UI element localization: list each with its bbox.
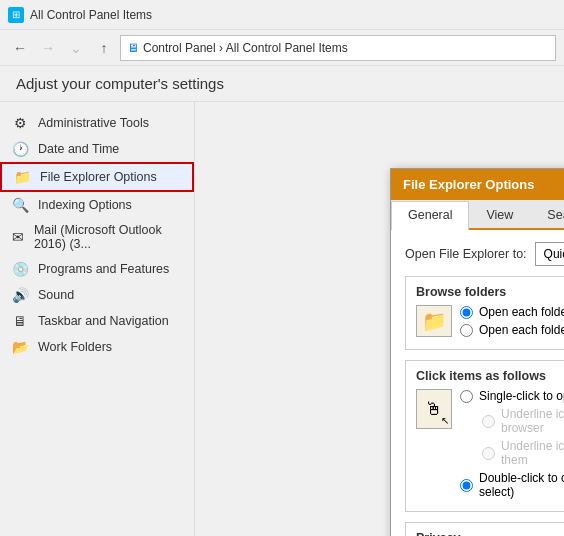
click-icon: 🖱 ↖ — [416, 389, 452, 429]
programs-icon: 💿 — [10, 261, 30, 277]
click-option2-row[interactable]: Double-click to open an item (single-cli… — [460, 471, 564, 499]
click-sub1-radio[interactable] — [482, 415, 495, 428]
click-sub1-row[interactable]: Underline icon titles consistent with my… — [482, 407, 564, 435]
work-folders-icon: 📂 — [10, 339, 30, 355]
open-to-label: Open File Explorer to: — [405, 247, 527, 261]
mail-icon: ✉ — [10, 229, 26, 245]
breadcrumb: Control Panel › All Control Panel Items — [143, 41, 348, 55]
browse-folders-icon: 📁 — [416, 305, 452, 337]
main-wrapper: File Explorer Options General View Searc… — [195, 102, 564, 536]
click-sub2-radio[interactable] — [482, 447, 495, 460]
sidebar-item-label: Administrative Tools — [38, 116, 149, 130]
file-explorer-icon: 📁 — [12, 169, 32, 185]
app-icon: ⊞ — [8, 7, 24, 23]
sidebar-item-label: Date and Time — [38, 142, 119, 156]
page-title-bar: Adjust your computer's settings — [0, 66, 564, 102]
administrative-tools-icon: ⚙ — [10, 115, 30, 131]
browse-option2-radio[interactable] — [460, 324, 473, 337]
page-title: Adjust your computer's settings — [16, 75, 224, 92]
tab-general[interactable]: General — [391, 201, 469, 231]
browse-option2-label: Open each folder in its own window — [479, 323, 564, 337]
browse-option1-radio[interactable] — [460, 306, 473, 319]
open-to-select[interactable]: Quick access This PC — [535, 242, 564, 266]
window-title: All Control Panel Items — [30, 8, 152, 22]
click-option1-row[interactable]: Single-click to open an item (point to s… — [460, 389, 564, 403]
tab-search[interactable]: Search — [530, 201, 564, 229]
sidebar-item-programs[interactable]: 💿 Programs and Features — [0, 256, 194, 282]
privacy-section: Privacy 🔒 Show recently used files in Qu… — [405, 522, 564, 536]
click-radio-group: Single-click to open an item (point to s… — [460, 389, 564, 503]
sound-icon: 🔊 — [10, 287, 30, 303]
browse-option2-row[interactable]: Open each folder in its own window — [460, 323, 564, 337]
sidebar-item-label: Work Folders — [38, 340, 112, 354]
click-sub2-row[interactable]: Underline icon titles only when I point … — [482, 439, 564, 467]
dialog-content: Open File Explorer to: Quick access This… — [391, 230, 564, 536]
click-sub1-label: Underline icon titles consistent with my… — [501, 407, 564, 435]
sidebar-item-label: Mail (Microsoft Outlook 2016) (3... — [34, 223, 184, 251]
click-option2-label: Double-click to open an item (single-cli… — [479, 471, 564, 499]
click-items-title: Click items as follows — [416, 369, 564, 383]
breadcrumb-icon: 🖥 — [127, 41, 139, 55]
recent-button[interactable]: ⌄ — [64, 36, 88, 60]
dialog-title: File Explorer Options — [391, 169, 564, 200]
click-option2-radio[interactable] — [460, 479, 473, 492]
nav-bar: ← → ⌄ ↑ 🖥 Control Panel › All Control Pa… — [0, 30, 564, 66]
privacy-title: Privacy — [416, 531, 564, 536]
sidebar-item-sound[interactable]: 🔊 Sound — [0, 282, 194, 308]
browse-radio-group: Open each folder in the same window Open… — [460, 305, 564, 341]
forward-button[interactable]: → — [36, 36, 60, 60]
browse-folders-section: Browse folders 📁 Open each folder in the… — [405, 276, 564, 350]
click-items-section: Click items as follows 🖱 ↖ Single-click … — [405, 360, 564, 512]
date-time-icon: 🕐 — [10, 141, 30, 157]
sidebar-item-indexing-options[interactable]: 🔍 Indexing Options — [0, 192, 194, 218]
browse-folders-title: Browse folders — [416, 285, 564, 299]
sidebar-item-date-and-time[interactable]: 🕐 Date and Time — [0, 136, 194, 162]
sidebar: ⚙ Administrative Tools 🕐 Date and Time 📁… — [0, 102, 195, 536]
open-to-row: Open File Explorer to: Quick access This… — [405, 242, 564, 266]
browse-option1-label: Open each folder in the same window — [479, 305, 564, 319]
sidebar-item-label: Sound — [38, 288, 74, 302]
main-area: ⚙ Administrative Tools 🕐 Date and Time 📁… — [0, 102, 564, 536]
back-button[interactable]: ← — [8, 36, 32, 60]
tab-view[interactable]: View — [469, 201, 530, 229]
dialog-tabs: General View Search — [391, 200, 564, 230]
sidebar-item-taskbar[interactable]: 🖥 Taskbar and Navigation — [0, 308, 194, 334]
address-bar[interactable]: 🖥 Control Panel › All Control Panel Item… — [120, 35, 556, 61]
indexing-icon: 🔍 — [10, 197, 30, 213]
sidebar-item-file-explorer-options[interactable]: 📁 File Explorer Options — [0, 162, 194, 192]
title-bar: ⊞ All Control Panel Items — [0, 0, 564, 30]
up-button[interactable]: ↑ — [92, 36, 116, 60]
click-sub2-label: Underline icon titles only when I point … — [501, 439, 564, 467]
sidebar-item-label: Programs and Features — [38, 262, 169, 276]
sidebar-item-administrative-tools[interactable]: ⚙ Administrative Tools — [0, 110, 194, 136]
browse-option1-row[interactable]: Open each folder in the same window — [460, 305, 564, 319]
sidebar-item-work-folders[interactable]: 📂 Work Folders — [0, 334, 194, 360]
sidebar-item-label: File Explorer Options — [40, 170, 157, 184]
click-option1-radio[interactable] — [460, 390, 473, 403]
sidebar-item-mail[interactable]: ✉ Mail (Microsoft Outlook 2016) (3... — [0, 218, 194, 256]
sidebar-item-label: Indexing Options — [38, 198, 132, 212]
file-explorer-dialog: File Explorer Options General View Searc… — [390, 168, 564, 536]
sidebar-item-label: Taskbar and Navigation — [38, 314, 169, 328]
click-option1-label: Single-click to open an item (point to s… — [479, 389, 564, 403]
taskbar-icon: 🖥 — [10, 313, 30, 329]
